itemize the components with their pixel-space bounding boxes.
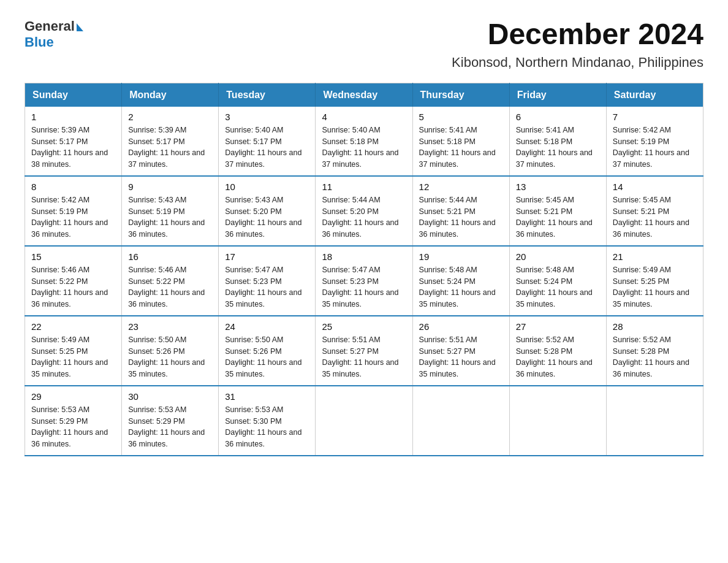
day-info: Sunrise: 5:49 AMSunset: 5:25 PMDaylight:… — [31, 334, 115, 380]
day-info: Sunrise: 5:53 AMSunset: 5:29 PMDaylight:… — [31, 404, 115, 450]
weekday-header-tuesday: Tuesday — [219, 83, 316, 107]
calendar-cell: 27Sunrise: 5:52 AMSunset: 5:28 PMDayligh… — [509, 316, 606, 386]
day-number: 12 — [419, 182, 503, 192]
weekday-header-row: SundayMondayTuesdayWednesdayThursdayFrid… — [25, 83, 703, 107]
day-info: Sunrise: 5:40 AMSunset: 5:18 PMDaylight:… — [322, 124, 406, 170]
day-info: Sunrise: 5:45 AMSunset: 5:21 PMDaylight:… — [613, 194, 697, 240]
day-info: Sunrise: 5:39 AMSunset: 5:17 PMDaylight:… — [128, 124, 212, 170]
weekday-header-wednesday: Wednesday — [316, 83, 412, 107]
day-number: 14 — [613, 182, 697, 192]
calendar-cell — [606, 386, 703, 456]
calendar-cell: 13Sunrise: 5:45 AMSunset: 5:21 PMDayligh… — [509, 176, 606, 246]
calendar-cell: 24Sunrise: 5:50 AMSunset: 5:26 PMDayligh… — [219, 316, 316, 386]
day-number: 13 — [516, 182, 600, 192]
calendar-cell: 8Sunrise: 5:42 AMSunset: 5:19 PMDaylight… — [25, 176, 122, 246]
day-info: Sunrise: 5:45 AMSunset: 5:21 PMDaylight:… — [516, 194, 600, 240]
day-info: Sunrise: 5:51 AMSunset: 5:27 PMDaylight:… — [419, 334, 503, 380]
day-info: Sunrise: 5:46 AMSunset: 5:22 PMDaylight:… — [128, 264, 212, 310]
day-number: 20 — [516, 251, 600, 262]
calendar-week-row: 8Sunrise: 5:42 AMSunset: 5:19 PMDaylight… — [25, 176, 703, 246]
day-number: 2 — [128, 112, 212, 122]
weekday-header-monday: Monday — [122, 83, 219, 107]
day-number: 8 — [31, 182, 115, 192]
day-info: Sunrise: 5:44 AMSunset: 5:21 PMDaylight:… — [419, 194, 503, 240]
day-info: Sunrise: 5:52 AMSunset: 5:28 PMDaylight:… — [613, 334, 697, 380]
day-number: 11 — [322, 182, 406, 192]
calendar-cell: 11Sunrise: 5:44 AMSunset: 5:20 PMDayligh… — [316, 176, 412, 246]
calendar-cell: 17Sunrise: 5:47 AMSunset: 5:23 PMDayligh… — [219, 246, 316, 316]
day-number: 16 — [128, 251, 212, 262]
day-info: Sunrise: 5:43 AMSunset: 5:20 PMDaylight:… — [225, 194, 309, 240]
location-title: Kibonsod, Northern Mindanao, Philippines — [452, 55, 703, 71]
day-number: 28 — [613, 321, 697, 332]
calendar-cell: 22Sunrise: 5:49 AMSunset: 5:25 PMDayligh… — [25, 316, 122, 386]
calendar-cell: 30Sunrise: 5:53 AMSunset: 5:29 PMDayligh… — [122, 386, 219, 456]
logo: General Blue — [25, 18, 83, 51]
calendar-cell: 14Sunrise: 5:45 AMSunset: 5:21 PMDayligh… — [606, 176, 703, 246]
weekday-header-thursday: Thursday — [412, 83, 509, 107]
day-info: Sunrise: 5:41 AMSunset: 5:18 PMDaylight:… — [419, 124, 503, 170]
calendar-cell: 10Sunrise: 5:43 AMSunset: 5:20 PMDayligh… — [219, 176, 316, 246]
day-number: 17 — [225, 251, 309, 262]
calendar-cell: 25Sunrise: 5:51 AMSunset: 5:27 PMDayligh… — [316, 316, 412, 386]
calendar-cell: 2Sunrise: 5:39 AMSunset: 5:17 PMDaylight… — [122, 107, 219, 176]
title-section: December 2024 Kibonsod, Northern Mindana… — [452, 18, 703, 71]
day-number: 25 — [322, 321, 406, 332]
page-header: General Blue December 2024 Kibonsod, Nor… — [25, 18, 703, 71]
calendar-cell: 15Sunrise: 5:46 AMSunset: 5:22 PMDayligh… — [25, 246, 122, 316]
calendar-cell: 26Sunrise: 5:51 AMSunset: 5:27 PMDayligh… — [412, 316, 509, 386]
calendar-week-row: 29Sunrise: 5:53 AMSunset: 5:29 PMDayligh… — [25, 386, 703, 456]
day-info: Sunrise: 5:53 AMSunset: 5:29 PMDaylight:… — [128, 404, 212, 450]
calendar-cell — [509, 386, 606, 456]
calendar-week-row: 1Sunrise: 5:39 AMSunset: 5:17 PMDaylight… — [25, 107, 703, 176]
calendar-cell: 28Sunrise: 5:52 AMSunset: 5:28 PMDayligh… — [606, 316, 703, 386]
weekday-header-sunday: Sunday — [25, 83, 122, 107]
day-number: 24 — [225, 321, 309, 332]
weekday-header-saturday: Saturday — [606, 83, 703, 107]
calendar-cell: 7Sunrise: 5:42 AMSunset: 5:19 PMDaylight… — [606, 107, 703, 176]
calendar-cell: 16Sunrise: 5:46 AMSunset: 5:22 PMDayligh… — [122, 246, 219, 316]
day-number: 23 — [128, 321, 212, 332]
day-number: 3 — [225, 112, 309, 122]
day-info: Sunrise: 5:42 AMSunset: 5:19 PMDaylight:… — [613, 124, 697, 170]
calendar-cell: 6Sunrise: 5:41 AMSunset: 5:18 PMDaylight… — [509, 107, 606, 176]
calendar-table: SundayMondayTuesdayWednesdayThursdayFrid… — [25, 83, 703, 456]
day-info: Sunrise: 5:42 AMSunset: 5:19 PMDaylight:… — [31, 194, 115, 240]
calendar-cell: 5Sunrise: 5:41 AMSunset: 5:18 PMDaylight… — [412, 107, 509, 176]
day-number: 30 — [128, 391, 212, 402]
day-info: Sunrise: 5:51 AMSunset: 5:27 PMDaylight:… — [322, 334, 406, 380]
calendar-cell: 19Sunrise: 5:48 AMSunset: 5:24 PMDayligh… — [412, 246, 509, 316]
day-info: Sunrise: 5:50 AMSunset: 5:26 PMDaylight:… — [225, 334, 309, 380]
day-number: 1 — [31, 112, 115, 122]
day-info: Sunrise: 5:48 AMSunset: 5:24 PMDaylight:… — [419, 264, 503, 310]
calendar-cell: 18Sunrise: 5:47 AMSunset: 5:23 PMDayligh… — [316, 246, 412, 316]
calendar-cell: 1Sunrise: 5:39 AMSunset: 5:17 PMDaylight… — [25, 107, 122, 176]
calendar-cell — [316, 386, 412, 456]
day-info: Sunrise: 5:40 AMSunset: 5:17 PMDaylight:… — [225, 124, 309, 170]
weekday-header-friday: Friday — [509, 83, 606, 107]
day-info: Sunrise: 5:41 AMSunset: 5:18 PMDaylight:… — [516, 124, 600, 170]
calendar-week-row: 15Sunrise: 5:46 AMSunset: 5:22 PMDayligh… — [25, 246, 703, 316]
calendar-cell: 9Sunrise: 5:43 AMSunset: 5:19 PMDaylight… — [122, 176, 219, 246]
calendar-week-row: 22Sunrise: 5:49 AMSunset: 5:25 PMDayligh… — [25, 316, 703, 386]
day-number: 7 — [613, 112, 697, 122]
day-info: Sunrise: 5:47 AMSunset: 5:23 PMDaylight:… — [322, 264, 406, 310]
day-info: Sunrise: 5:50 AMSunset: 5:26 PMDaylight:… — [128, 334, 212, 380]
day-number: 15 — [31, 251, 115, 262]
day-info: Sunrise: 5:39 AMSunset: 5:17 PMDaylight:… — [31, 124, 115, 170]
day-info: Sunrise: 5:46 AMSunset: 5:22 PMDaylight:… — [31, 264, 115, 310]
month-title: December 2024 — [452, 18, 703, 51]
day-number: 22 — [31, 321, 115, 332]
day-info: Sunrise: 5:43 AMSunset: 5:19 PMDaylight:… — [128, 194, 212, 240]
calendar-cell: 12Sunrise: 5:44 AMSunset: 5:21 PMDayligh… — [412, 176, 509, 246]
calendar-cell: 31Sunrise: 5:53 AMSunset: 5:30 PMDayligh… — [219, 386, 316, 456]
day-info: Sunrise: 5:49 AMSunset: 5:25 PMDaylight:… — [613, 264, 697, 310]
calendar-cell: 29Sunrise: 5:53 AMSunset: 5:29 PMDayligh… — [25, 386, 122, 456]
calendar-cell: 3Sunrise: 5:40 AMSunset: 5:17 PMDaylight… — [219, 107, 316, 176]
day-number: 21 — [613, 251, 697, 262]
day-number: 26 — [419, 321, 503, 332]
day-number: 29 — [31, 391, 115, 402]
day-info: Sunrise: 5:48 AMSunset: 5:24 PMDaylight:… — [516, 264, 600, 310]
calendar-cell: 21Sunrise: 5:49 AMSunset: 5:25 PMDayligh… — [606, 246, 703, 316]
day-number: 9 — [128, 182, 212, 192]
